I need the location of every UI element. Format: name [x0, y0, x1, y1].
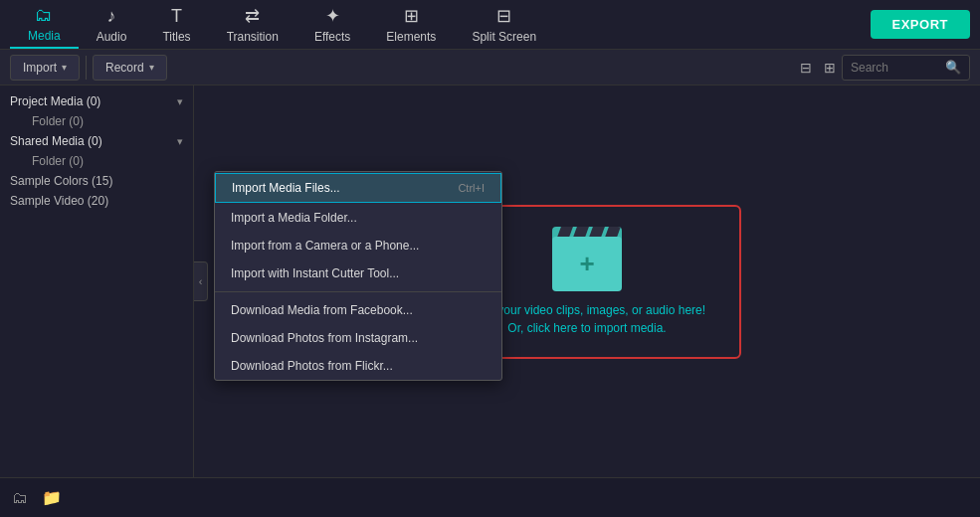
import-label: Import [23, 61, 57, 75]
nav-elements[interactable]: ⊞ Elements [368, 1, 454, 48]
record-arrow-icon: ▾ [149, 62, 154, 73]
nav-splitscreen[interactable]: ⊟ Split Screen [454, 1, 554, 48]
project-media-chevron-icon: ▾ [177, 95, 183, 108]
add-folder-icon[interactable]: 🗂 [12, 489, 28, 507]
sidebar-item-sample-video[interactable]: Sample Video (20) [0, 191, 193, 211]
import-camera-label: Import from a Camera or a Phone... [231, 239, 419, 253]
search-box[interactable]: 🔍 [842, 55, 970, 81]
audio-icon: ♪ [107, 6, 116, 27]
sidebar-item-shared-media[interactable]: Shared Media (0) ▾ [0, 131, 193, 151]
nav-effects[interactable]: ✦ Effects [296, 1, 368, 48]
shared-media-chevron-icon: ▾ [177, 135, 183, 148]
sidebar-item-project-folder[interactable]: Folder (0) [0, 111, 193, 131]
sidebar-collapse-arrow[interactable]: ‹ [194, 261, 208, 301]
import-folder-label: Import a Media Folder... [231, 211, 357, 225]
nav-titles[interactable]: T Titles [144, 2, 208, 48]
toolbar: Import ▾ Record ▾ ⊟ ⊞ 🔍 [0, 50, 980, 86]
import-dropdown: Import Media Files... Ctrl+I Import a Me… [214, 171, 502, 381]
nav-audio-label: Audio [97, 30, 127, 44]
filter-icon[interactable]: ⊟ [794, 58, 818, 78]
download-facebook-label: Download Media from Facebook... [231, 303, 413, 317]
drop-zone-text: Drop your video clips, images, or audio … [469, 301, 705, 337]
toolbar-separator-1 [86, 56, 87, 80]
sidebar-item-sample-colors[interactable]: Sample Colors (15) [0, 171, 193, 191]
dropdown-download-facebook[interactable]: Download Media from Facebook... [215, 296, 501, 324]
clap-plus-icon: + [579, 251, 594, 276]
export-button[interactable]: EXPORT [871, 10, 970, 39]
nav-transition[interactable]: ⇄ Transition [209, 1, 296, 48]
nav-transition-label: Transition [227, 30, 279, 44]
import-files-label: Import Media Files... [232, 181, 340, 195]
drop-text-line1: Drop your video clips, images, or audio … [469, 301, 705, 319]
sidebar: Project Media (0) ▾ Folder (0) Shared Me… [0, 86, 194, 477]
nav-media-label: Media [28, 29, 61, 43]
new-folder-icon[interactable]: 📁 [42, 488, 62, 507]
project-folder-label: Folder (0) [10, 114, 84, 128]
record-button[interactable]: Record ▾ [93, 55, 167, 81]
elements-icon: ⊞ [404, 5, 419, 27]
nav-titles-label: Titles [162, 30, 190, 44]
dropdown-import-files[interactable]: Import Media Files... Ctrl+I [215, 173, 501, 203]
nav-effects-label: Effects [314, 30, 350, 44]
nav-media[interactable]: 🗂 Media [10, 1, 79, 49]
sidebar-project-media-label: Project Media (0) [10, 94, 100, 108]
dropdown-import-cutter[interactable]: Import with Instant Cutter Tool... [215, 259, 501, 287]
dropdown-import-folder[interactable]: Import a Media Folder... [215, 204, 501, 232]
clapperboard-icon: + [552, 227, 622, 291]
sidebar-shared-media-label: Shared Media (0) [10, 134, 102, 148]
transition-icon: ⇄ [245, 5, 260, 27]
sample-video-label: Sample Video (20) [10, 194, 108, 208]
dropdown-download-flickr[interactable]: Download Photos from Flickr... [215, 352, 501, 380]
import-button[interactable]: Import ▾ [10, 55, 80, 81]
bottom-bar: 🗂 📁 [0, 477, 980, 517]
sidebar-item-shared-folder[interactable]: Folder (0) [0, 151, 193, 171]
sample-colors-label: Sample Colors (15) [10, 174, 112, 188]
download-flickr-label: Download Photos from Flickr... [231, 359, 393, 373]
import-files-shortcut: Ctrl+I [458, 182, 485, 194]
sidebar-item-project-media[interactable]: Project Media (0) ▾ [0, 91, 193, 111]
shared-folder-label: Folder (0) [10, 154, 84, 168]
top-nav: 🗂 Media ♪ Audio T Titles ⇄ Transition ✦ … [0, 0, 980, 50]
dropdown-import-camera[interactable]: Import from a Camera or a Phone... [215, 232, 501, 259]
record-label: Record [105, 61, 144, 75]
clap-body: + [552, 237, 622, 291]
media-icon: 🗂 [35, 5, 53, 26]
nav-splitscreen-label: Split Screen [472, 30, 536, 44]
search-icon: 🔍 [945, 60, 961, 75]
download-instagram-label: Download Photos from Instagram... [231, 331, 418, 345]
dropdown-download-instagram[interactable]: Download Photos from Instagram... [215, 324, 501, 352]
nav-elements-label: Elements [386, 30, 436, 44]
import-arrow-icon: ▾ [62, 62, 67, 73]
nav-audio[interactable]: ♪ Audio [79, 2, 145, 48]
effects-icon: ✦ [325, 5, 340, 27]
titles-icon: T [171, 6, 182, 27]
search-input[interactable] [851, 61, 940, 75]
splitscreen-icon: ⊟ [496, 5, 511, 27]
grid-icon[interactable]: ⊞ [818, 58, 842, 78]
dropdown-divider [215, 291, 501, 292]
drop-text-line2: Or, click here to import media. [469, 319, 705, 337]
import-cutter-label: Import with Instant Cutter Tool... [231, 266, 399, 280]
